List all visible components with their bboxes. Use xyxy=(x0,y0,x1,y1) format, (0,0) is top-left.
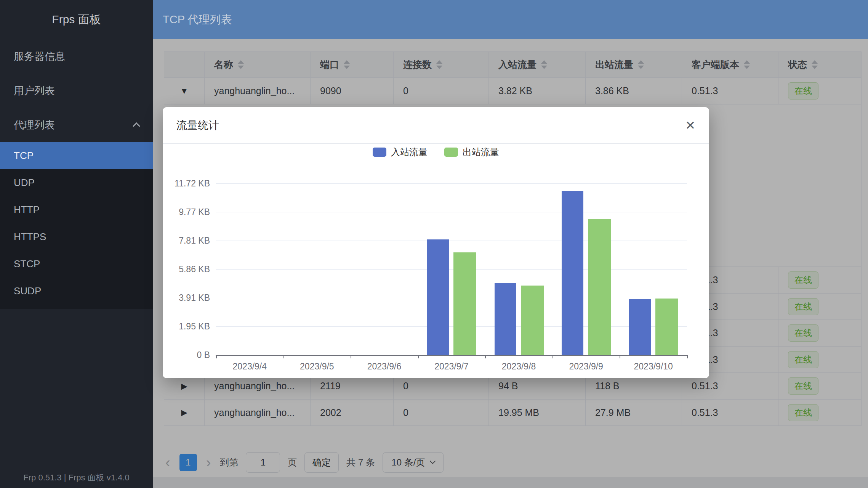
chart-gridline xyxy=(216,241,687,241)
sidebar-item-label: HTTPS xyxy=(14,231,46,243)
sidebar-item-label: UDP xyxy=(14,177,35,189)
version-footer: Frp 0.51.3 | Frps 面板 v1.4.0 xyxy=(0,472,153,483)
sidebar-item-sudp[interactable]: SUDP xyxy=(0,278,153,305)
x-axis-tick xyxy=(485,355,486,358)
x-axis-tick-label: 2023/9/10 xyxy=(620,361,687,372)
sidebar-item-stcp[interactable]: STCP xyxy=(0,250,153,278)
x-axis-tick-label: 2023/9/8 xyxy=(485,361,553,372)
x-axis-line xyxy=(216,355,687,356)
frps-dashboard-app: Frps 面板 服务器信息 用户列表 代理列表 TCP UDP HTTP xyxy=(0,0,868,488)
bar-inbound-2023/9/10 xyxy=(629,299,651,355)
sidebar-item-label: HTTP xyxy=(14,204,40,216)
x-axis-tick-label: 2023/9/7 xyxy=(418,361,485,372)
chart-gridline xyxy=(216,269,687,270)
app-logo-title: Frps 面板 xyxy=(0,0,153,39)
x-axis-tick-label: 2023/9/4 xyxy=(216,361,283,372)
sidebar-item-label: 服务器信息 xyxy=(14,50,65,63)
y-axis-tick-label: 7.81 KB xyxy=(163,235,210,246)
bar-outbound-2023/9/7 xyxy=(453,252,476,355)
sidebar-item-server-info[interactable]: 服务器信息 xyxy=(0,39,153,74)
sidebar-item-proxy-list[interactable]: 代理列表 xyxy=(0,108,153,142)
legend-label: 出站流量 xyxy=(463,146,499,158)
y-axis-tick-label: 5.86 KB xyxy=(163,263,210,275)
y-axis-tick-label: 1.95 KB xyxy=(163,321,210,332)
sidebar-item-label: STCP xyxy=(14,258,40,270)
x-axis-tick xyxy=(283,355,284,358)
chevron-up-icon xyxy=(133,122,140,130)
bar-inbound-2023/9/9 xyxy=(562,191,583,355)
bar-outbound-2023/9/9 xyxy=(588,219,611,355)
sidebar-item-label: 用户列表 xyxy=(14,84,55,98)
sidebar-item-label: TCP xyxy=(14,150,34,162)
sidebar-item-udp[interactable]: UDP xyxy=(0,169,153,196)
legend-item-outbound[interactable]: 出站流量 xyxy=(444,146,499,158)
y-axis-tick-label: 9.77 KB xyxy=(163,206,210,218)
traffic-stats-dialog: 流量统计 ✕ 入站流量 出站流量 0 B1.95 KB3.91 KB5.86 K… xyxy=(163,107,709,378)
legend-swatch-outbound xyxy=(444,148,458,157)
legend-item-inbound[interactable]: 入站流量 xyxy=(373,146,428,158)
x-axis-tick-label: 2023/9/6 xyxy=(351,361,418,372)
x-axis-tick xyxy=(418,355,419,358)
bar-outbound-2023/9/10 xyxy=(655,299,678,355)
x-axis-tick xyxy=(620,355,620,358)
chart-gridline xyxy=(216,326,687,327)
sidebar-item-tcp[interactable]: TCP xyxy=(0,142,153,169)
legend-swatch-inbound xyxy=(373,148,386,157)
y-axis-tick-label: 3.91 KB xyxy=(163,292,210,303)
sidebar-item-label: 代理列表 xyxy=(14,118,55,132)
x-axis-tick xyxy=(553,355,553,358)
x-axis-tick xyxy=(351,355,351,358)
sidebar-item-user-list[interactable]: 用户列表 xyxy=(0,74,153,108)
x-axis-tick xyxy=(687,355,688,358)
y-axis-tick-label: 0 B xyxy=(163,349,210,361)
bar-inbound-2023/9/7 xyxy=(427,239,449,355)
sidebar-menu: 服务器信息 用户列表 代理列表 TCP UDP HTTP H xyxy=(0,39,153,309)
x-axis-tick-label: 2023/9/5 xyxy=(283,361,351,372)
bar-outbound-2023/9/8 xyxy=(521,286,544,355)
y-axis-tick-label: 11.72 KB xyxy=(163,178,210,189)
bar-inbound-2023/9/8 xyxy=(495,283,516,355)
sidebar-item-label: SUDP xyxy=(14,285,41,297)
x-axis-tick-label: 2023/9/9 xyxy=(553,361,620,372)
chart-legend: 入站流量 出站流量 xyxy=(163,146,709,158)
page-header: TCP 代理列表 xyxy=(153,0,868,39)
proxy-submenu: TCP UDP HTTP HTTPS STCP SUDP xyxy=(0,142,153,309)
sidebar-item-https[interactable]: HTTPS xyxy=(0,223,153,250)
chart-gridline xyxy=(216,183,687,184)
legend-label: 入站流量 xyxy=(391,146,428,158)
sidebar: Frps 面板 服务器信息 用户列表 代理列表 TCP UDP HTTP xyxy=(0,0,153,488)
sidebar-item-http[interactable]: HTTP xyxy=(0,196,153,223)
chart-gridline xyxy=(216,298,687,298)
chart-gridline xyxy=(216,212,687,212)
page-title: TCP 代理列表 xyxy=(163,12,232,27)
x-axis-tick xyxy=(216,355,217,358)
